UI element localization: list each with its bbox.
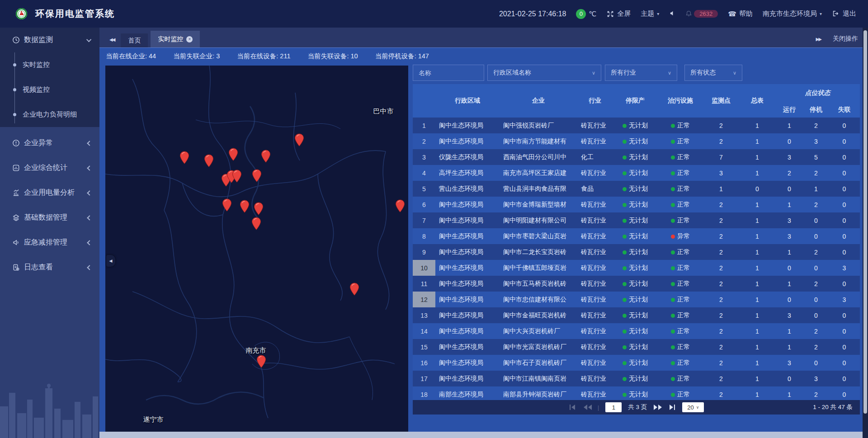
theme-menu[interactable]: 主题 ▾ — [641, 9, 659, 18]
map-pin-icon[interactable] — [294, 133, 304, 147]
sidebar-item-data-monitor[interactable]: 数据监测 — [0, 28, 99, 52]
cell-running: 0 — [775, 181, 803, 197]
table-row[interactable]: 15阆中生态环境局阆中市光富页岩机砖厂砖瓦行业无计划正常21120 — [413, 339, 860, 355]
logout-button[interactable]: 退出 — [832, 9, 856, 18]
map-pin-icon[interactable] — [232, 170, 242, 183]
cell-lost: 0 — [829, 133, 860, 149]
map-panel[interactable]: 巴中市南充市遂宁市 ◀ — [105, 66, 408, 432]
table-row[interactable]: 8阆中生态环境局阆中市枣碧大梁山页岩砖瓦行业无计划异常21300 — [413, 228, 860, 244]
cell-meters: 1 — [739, 244, 775, 260]
tabs-scroll-right-button[interactable]: ▶▶ — [816, 37, 821, 42]
table-row[interactable]: 16阆中生态环境局阆中市石子页岩机砖厂砖瓦行业无计划正常21300 — [413, 355, 860, 371]
table-row[interactable]: 17阆中生态环境局阆中市江南镇阆南页岩砖瓦行业无计划正常21030 — [413, 371, 860, 386]
cell-points: 2 — [703, 307, 739, 323]
table-row[interactable]: 14阆中生态环境局阆中大兴页岩机砖厂砖瓦行业无计划正常21120 — [413, 323, 860, 339]
phone-icon: ☎ — [728, 10, 736, 18]
sidebar-item-emergency[interactable]: 应急减排管理 — [0, 230, 99, 255]
map-pin-icon[interactable] — [240, 200, 250, 213]
map-pin-icon[interactable] — [251, 217, 261, 231]
table-row[interactable]: 12阆中生态环境局阆中市忠信建材有限公砖瓦行业无计划正常21003 — [413, 292, 860, 307]
cell-stopped: 5 — [803, 149, 829, 165]
cell-company: 西南油气田分公司川中 — [500, 149, 577, 165]
sidebar-item-log-view[interactable]: 日志查看 — [0, 255, 99, 280]
map-pin-icon[interactable] — [228, 148, 238, 161]
cell-company: 阆中市五马桥页岩机砖 — [500, 276, 577, 292]
sidebar-subitem[interactable]: 视频监控 — [0, 77, 99, 102]
map-pin-icon[interactable] — [395, 199, 405, 213]
table-row[interactable]: 5营山生态环境局营山县润丰肉食品有限食品无计划正常10010 — [413, 181, 860, 197]
cell-index: 17 — [413, 371, 435, 386]
status-dot-green — [623, 187, 627, 191]
table-panel: 行政区域名称 ∨ 所有行业 ∨ 所有状态 ∨ — [413, 65, 860, 414]
col-index — [413, 84, 435, 118]
volume-icon[interactable] — [669, 10, 675, 18]
tab-首页[interactable]: 首页 — [121, 33, 148, 47]
cell-running: 3 — [775, 149, 803, 165]
table-row[interactable]: 11阆中生态环境局阆中市五马桥页岩机砖砖瓦行业无计划正常21120 — [413, 276, 860, 292]
map-pin-icon[interactable] — [349, 283, 359, 296]
cell-industry: 砖瓦行业 — [577, 197, 613, 212]
table-row[interactable]: 9阆中生态环境局阆中市二龙长宝页岩砖砖瓦行业无计划正常21120 — [413, 244, 860, 260]
map-collapse-button[interactable]: ◀ — [106, 255, 115, 267]
map-pin-icon[interactable] — [204, 154, 214, 168]
map-pin-icon[interactable] — [252, 169, 262, 183]
first-page-button[interactable] — [569, 404, 577, 410]
status-dot-green — [671, 345, 675, 349]
cell-company: 阆中市金福旺页岩机砖 — [500, 307, 577, 323]
cell-lost: 0 — [829, 276, 860, 292]
sidebar-item-enterprise-stats[interactable]: 企业综合统计 — [0, 155, 99, 180]
status-dot-green — [623, 203, 627, 207]
page-number-input[interactable] — [605, 402, 622, 412]
sidebar-item-power-analysis[interactable]: 企业用电量分析 — [0, 180, 99, 205]
next-page-button[interactable] — [653, 404, 661, 410]
table-row[interactable]: 18南部生态环境局南部县升钟湖页岩砖厂砖瓦行业无计划正常21120 — [413, 386, 860, 400]
table-row[interactable]: 2阆中生态环境局阆中市南方节能建材有砖瓦行业无计划正常21030 — [413, 133, 860, 149]
sidebar-subitem[interactable]: 实时监控 — [0, 52, 99, 77]
org-menu[interactable]: 南充市生态环境局 ▾ — [763, 9, 822, 18]
industry-filter-select[interactable]: 所有行业 ∨ — [605, 65, 677, 81]
table-row[interactable]: 10阆中生态环境局阆中千佛镇五郎垭页岩砖瓦行业无计划正常21003 — [413, 260, 860, 276]
map-pin-icon[interactable] — [261, 150, 271, 163]
cell-index: 15 — [413, 339, 435, 355]
status-filter-select[interactable]: 所有状态 ∨ — [684, 65, 742, 81]
close-tab-icon[interactable]: × — [186, 36, 193, 42]
cell-industry: 砖瓦行业 — [577, 260, 613, 276]
cell-index: 2 — [413, 133, 435, 149]
tabs-scroll-left-button[interactable]: ◀◀ — [99, 37, 121, 47]
table-row[interactable]: 4高坪生态环境局南充市高坪区王家店建砖瓦行业无计划正常31220 — [413, 165, 860, 181]
map-pin-icon[interactable] — [256, 355, 266, 368]
table-row[interactable]: 7阆中生态环境局阆中明阳建材有限公司砖瓦行业无计划正常21300 — [413, 212, 860, 228]
sidebar-item-base-data[interactable]: 基础数据管理 — [0, 205, 99, 230]
cell-limit: 无计划 — [613, 165, 658, 181]
fullscreen-button[interactable]: 全屏 — [606, 9, 631, 18]
cell-facility: 正常 — [658, 386, 703, 400]
cell-region: 阆中生态环境局 — [435, 212, 500, 228]
cell-running: 0 — [775, 260, 803, 276]
stat-item: 当前在线设备: 211 — [237, 52, 290, 61]
map-pin-icon[interactable] — [254, 202, 264, 216]
table-row[interactable]: 1阆中生态环境局阆中强锐页岩砖厂砖瓦行业无计划正常21120 — [413, 118, 860, 133]
status-dot-green — [623, 235, 627, 239]
map-pin-icon[interactable] — [222, 198, 232, 212]
cell-region: 阆中生态环境局 — [435, 371, 500, 386]
vertical-scrollbar[interactable] — [863, 28, 868, 438]
name-filter-input[interactable] — [413, 65, 484, 81]
pager-separator: | — [598, 404, 599, 411]
help-button[interactable]: ☎ 帮助 — [728, 9, 753, 18]
notifications-button[interactable]: 2632 — [685, 10, 718, 18]
cell-industry: 砖瓦行业 — [577, 339, 613, 355]
table-row[interactable]: 13阆中生态环境局阆中市金福旺页岩机砖砖瓦行业无计划正常21300 — [413, 307, 860, 323]
tab-实时监控[interactable]: 实时监控× — [151, 31, 200, 47]
scrollbar-thumb[interactable] — [863, 30, 867, 414]
map-pin-icon[interactable] — [179, 151, 189, 165]
cell-limit: 无计划 — [613, 181, 658, 197]
close-operations-menu[interactable]: 关闭操作 — [833, 35, 858, 43]
last-page-button[interactable] — [668, 404, 676, 410]
sidebar-subitem[interactable]: 企业电力负荷明细 — [0, 102, 99, 127]
page-size-select[interactable]: 20 ∨ — [682, 402, 704, 412]
sidebar-item-enterprise-abnormal[interactable]: 企业异常 — [0, 131, 99, 155]
table-row[interactable]: 3仪陇生态环境局西南油气田分公司川中化工无计划正常71350 — [413, 149, 860, 165]
region-filter-select[interactable]: 行政区域名称 ∨ — [487, 65, 601, 81]
prev-page-button[interactable] — [583, 404, 591, 410]
table-row[interactable]: 6阆中生态环境局阆中市金博瑞新型墙材砖瓦行业无计划正常21120 — [413, 197, 860, 212]
